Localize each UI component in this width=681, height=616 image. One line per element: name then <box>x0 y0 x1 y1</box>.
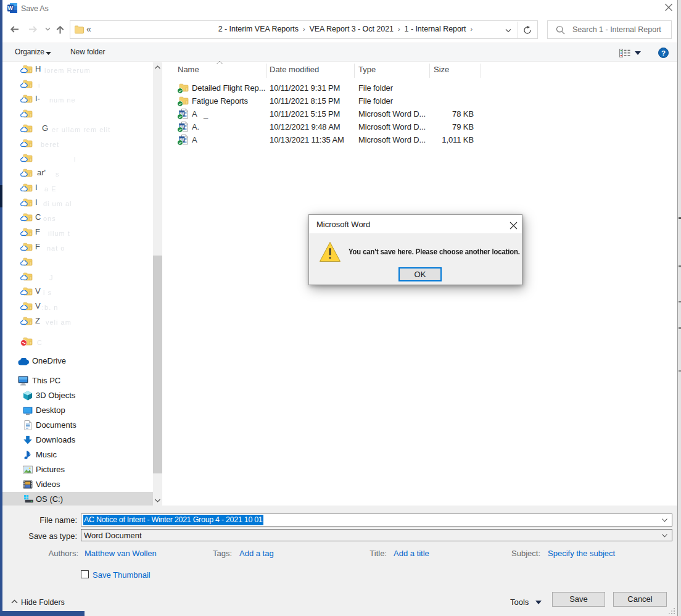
svg-text:?: ? <box>661 49 666 57</box>
svg-text:W: W <box>7 5 13 11</box>
